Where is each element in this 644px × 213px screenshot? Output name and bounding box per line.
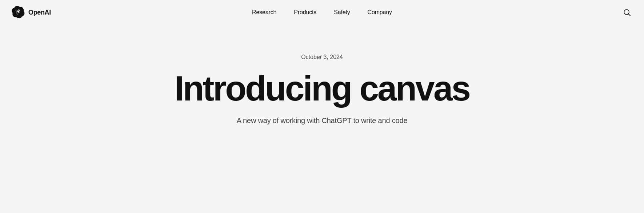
brand-name: OpenAI — [28, 9, 51, 16]
nav-link-products[interactable]: Products — [294, 9, 316, 16]
nav-logo-area: OpenAI — [12, 6, 51, 19]
search-icon — [623, 8, 631, 16]
hero-section: October 3, 2024 Introducing canvas A new… — [0, 25, 644, 147]
hero-title: Introducing canvas — [175, 71, 469, 106]
nav-link-company[interactable]: Company — [368, 9, 392, 16]
nav-actions — [621, 7, 632, 18]
main-nav: OpenAI Research Products Safety Company — [0, 0, 644, 25]
search-button[interactable] — [621, 7, 632, 18]
nav-links: Research Products Safety Company — [252, 9, 392, 16]
openai-logo-icon — [12, 6, 25, 19]
hero-subtitle: A new way of working with ChatGPT to wri… — [237, 117, 408, 125]
hero-date: October 3, 2024 — [301, 54, 343, 60]
nav-link-safety[interactable]: Safety — [334, 9, 350, 16]
svg-line-1 — [628, 14, 630, 16]
nav-link-research[interactable]: Research — [252, 9, 276, 16]
